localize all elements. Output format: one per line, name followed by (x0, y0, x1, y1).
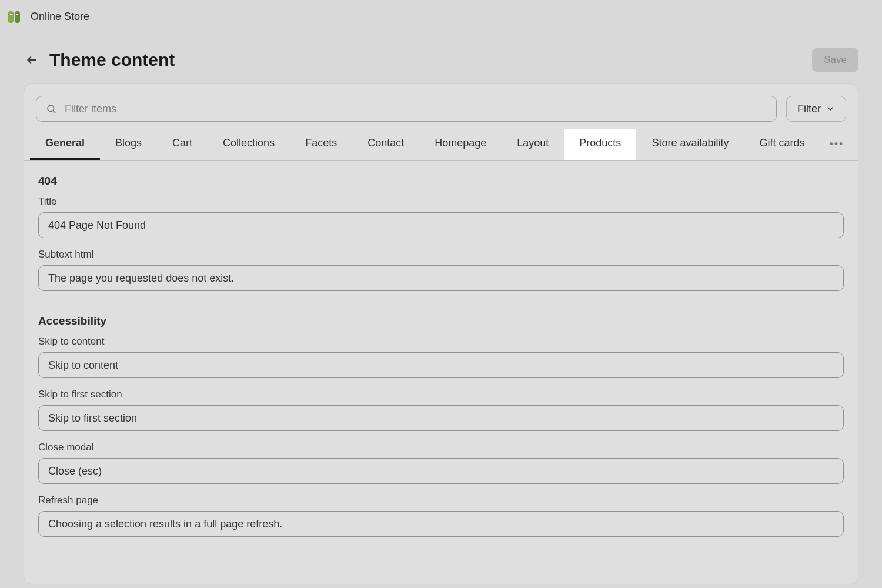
back-button[interactable] (24, 52, 40, 68)
field-skip-first: Skip to first section (38, 389, 844, 431)
app-header: Online Store (0, 0, 882, 34)
filter-button-label: Filter (797, 103, 821, 115)
field-refresh-input[interactable] (38, 511, 844, 537)
tab-facets[interactable]: Facets (290, 129, 352, 160)
svg-rect-0 (8, 11, 14, 23)
app-title: Online Store (31, 11, 89, 23)
field-skip-content: Skip to content (38, 336, 844, 378)
tab-store-availability[interactable]: Store availability (636, 129, 744, 160)
field-404-subtext: Subtext html (38, 249, 844, 291)
content-card: Filter General Blogs Cart Collections Fa… (24, 83, 858, 584)
svg-line-6 (53, 111, 55, 112)
field-refresh-label: Refresh page (38, 495, 844, 506)
field-404-subtext-input[interactable] (38, 265, 844, 291)
svg-point-5 (48, 105, 54, 112)
tab-layout[interactable]: Layout (502, 129, 564, 160)
field-skip-content-label: Skip to content (38, 336, 844, 348)
content: 404 Title Subtext html Accessibility Ski… (24, 161, 858, 584)
filter-button[interactable]: Filter (786, 96, 846, 122)
field-close-modal: Close modal (38, 442, 844, 484)
search-wrap (36, 96, 777, 122)
filter-row: Filter (24, 84, 858, 129)
tab-contact[interactable]: Contact (352, 129, 419, 160)
section-accessibility: Accessibility Skip to content Skip to fi… (38, 315, 844, 537)
field-404-title-input[interactable] (38, 212, 844, 238)
field-close-modal-label: Close modal (38, 442, 844, 453)
tab-homepage[interactable]: Homepage (419, 129, 502, 160)
arrow-left-icon (26, 54, 38, 66)
chevron-down-icon (826, 104, 835, 113)
page-header-left: Theme content (24, 50, 175, 70)
tabs: General Blogs Cart Collections Facets Co… (24, 129, 858, 161)
save-button[interactable]: Save (812, 48, 858, 72)
field-404-subtext-label: Subtext html (38, 249, 844, 260)
search-input[interactable] (36, 96, 776, 121)
app-logo-icon (7, 9, 22, 25)
section-404: 404 Title Subtext html (38, 175, 844, 291)
tabs-more-button[interactable]: ••• (820, 130, 853, 159)
section-accessibility-heading: Accessibility (38, 315, 844, 328)
field-skip-content-input[interactable] (38, 352, 844, 378)
page-title: Theme content (49, 50, 175, 70)
tab-collections[interactable]: Collections (208, 129, 290, 160)
page-header: Theme content Save (0, 34, 882, 83)
tab-gift-cards[interactable]: Gift cards (744, 129, 820, 160)
svg-rect-3 (16, 14, 18, 15)
field-skip-first-label: Skip to first section (38, 389, 844, 400)
tab-products[interactable]: Products (564, 129, 636, 160)
svg-rect-1 (15, 11, 20, 23)
svg-rect-2 (10, 14, 12, 15)
field-close-modal-input[interactable] (38, 458, 844, 484)
field-404-title-label: Title (38, 196, 844, 208)
tab-general[interactable]: General (30, 129, 100, 160)
search-icon (46, 103, 56, 114)
field-refresh: Refresh page (38, 495, 844, 537)
field-404-title: Title (38, 196, 844, 238)
section-404-heading: 404 (38, 175, 844, 188)
tab-blogs[interactable]: Blogs (100, 129, 157, 160)
tab-cart[interactable]: Cart (157, 129, 208, 160)
field-skip-first-input[interactable] (38, 405, 844, 431)
